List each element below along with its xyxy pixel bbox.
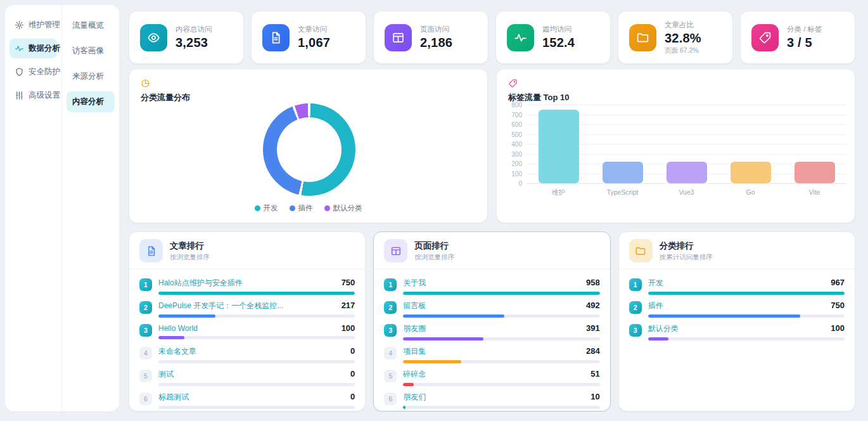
sidebar-item-1[interactable]: 数据分析 <box>10 39 57 58</box>
rank-item-link[interactable]: 留言板 <box>403 301 426 311</box>
stat-label: 文章访问 <box>298 25 330 34</box>
donut-hole <box>277 117 341 182</box>
rank-item-link[interactable]: 碎碎念 <box>403 369 426 380</box>
rank-item-value: 958 <box>586 278 600 287</box>
rank-badge: 2 <box>384 301 397 314</box>
rank-item-link[interactable]: 朋友圈 <box>403 323 426 334</box>
stat-label: 内容总访问 <box>176 25 212 34</box>
primary-nav: 维护管理数据分析安全防护高级设置 <box>5 5 62 411</box>
subnav-item-1[interactable]: 访客画像 <box>67 41 115 62</box>
legend-item-1[interactable]: 插件 <box>290 204 313 213</box>
layout-icon <box>385 24 412 51</box>
progress-fill <box>403 337 483 340</box>
legend-label: 开发 <box>264 204 278 213</box>
sidebar-item-2[interactable]: 安全防护 <box>10 62 57 82</box>
rank-item-value: 0 <box>350 346 355 356</box>
rank-item-link[interactable]: 项目集 <box>403 346 426 357</box>
legend-dot <box>324 205 330 211</box>
rank-item-link[interactable]: Hello World <box>158 324 198 333</box>
stat-label: 分类 / 标签 <box>787 25 822 34</box>
bar-chart-title: 标签流量 Top 10 <box>508 92 843 103</box>
stat-label: 文章占比 <box>665 20 701 30</box>
rank-badge: 3 <box>384 324 397 337</box>
rank-row-3: 3Hello World100 <box>139 317 355 340</box>
main-content: 内容总访问3,253文章访问1,067页面访问2,186篇均访问152.4文章占… <box>129 11 855 411</box>
rank-item-link[interactable]: 关于我 <box>403 278 426 288</box>
legend-label: 默认分类 <box>333 204 362 213</box>
progress-track <box>403 360 599 363</box>
x-axis-label: Vue3 <box>654 188 718 197</box>
bar-slot <box>654 105 718 183</box>
folder-icon <box>629 24 656 51</box>
legend-dot <box>255 205 260 211</box>
sidebar-item-label: 高级设置 <box>29 90 60 101</box>
subnav-item-3[interactable]: 内容分析 <box>67 91 115 112</box>
ranking-title: 页面排行 <box>414 240 454 252</box>
progress-fill <box>648 292 845 295</box>
layout-icon <box>384 239 407 262</box>
y-axis-tick: 400 <box>511 141 522 148</box>
progress-track <box>403 314 599 318</box>
x-axis-label: Vite <box>782 188 846 197</box>
rank-item-value: 51 <box>590 369 599 379</box>
rank-row-4: 4未命名文章0 <box>139 340 355 363</box>
progress-track <box>158 292 355 295</box>
rank-item-link[interactable]: Halo站点维护与安全插件 <box>158 278 243 288</box>
ranking-title: 分类排行 <box>660 240 713 252</box>
rank-item-value: 217 <box>341 301 355 310</box>
progress-track <box>403 406 599 409</box>
rank-item-link[interactable]: 默认分类 <box>648 323 679 334</box>
rank-row-1: 1Halo站点维护与安全插件750 <box>139 271 355 294</box>
rank-row-2: 2留言板492 <box>384 294 599 317</box>
x-axis-label: 维护 <box>527 188 590 197</box>
document-icon <box>139 239 163 262</box>
ranking-card-1: 页面排行按浏览量排序1关于我9582留言板4923朋友圈3914项目集2845碎… <box>373 231 610 411</box>
rank-item-link[interactable]: 测试 <box>158 369 174 380</box>
y-axis-tick: 0 <box>518 180 522 187</box>
sidebar-item-3[interactable]: 高级设置 <box>10 86 57 105</box>
stat-card-1: 文章访问1,067 <box>251 11 366 64</box>
ranking-subtitle: 按累计访问量排序 <box>660 253 713 262</box>
bar-slot <box>527 105 590 183</box>
tag-traffic-card: 标签流量 Top 10 0100200300400500600700800 维护… <box>496 68 855 223</box>
rank-badge: 6 <box>384 392 397 405</box>
rank-item-link[interactable]: 插件 <box>648 301 663 311</box>
rank-item-link[interactable]: DeePulse 开发手记：一个全栈监控... <box>158 301 283 311</box>
sliders-icon <box>15 91 24 100</box>
rank-item-link[interactable]: 朋友们 <box>403 392 426 403</box>
folder-icon <box>629 239 653 262</box>
bar-slot <box>590 105 654 183</box>
stat-sub-value: 页面 67.2% <box>665 46 701 55</box>
rank-item-link[interactable]: 开发 <box>648 278 663 288</box>
subnav-item-0[interactable]: 流量概览 <box>67 15 115 36</box>
progress-fill <box>403 292 599 295</box>
rank-badge: 2 <box>139 301 152 314</box>
rank-item-value: 492 <box>586 301 600 310</box>
progress-track <box>158 406 355 409</box>
stat-value: 32.8% <box>665 31 701 46</box>
subnav-item-2[interactable]: 来源分析 <box>67 66 115 87</box>
progress-track <box>158 383 355 386</box>
rank-item-link[interactable]: 未命名文章 <box>158 346 196 357</box>
rank-row-2: 2DeePulse 开发手记：一个全栈监控...217 <box>139 294 355 317</box>
progress-fill <box>158 314 215 318</box>
rank-badge: 3 <box>629 324 642 337</box>
sidebar-item-0[interactable]: 维护管理 <box>10 15 57 35</box>
pie-chart-title: 分类流量分布 <box>141 92 476 103</box>
rank-item-value: 0 <box>350 369 355 379</box>
legend-item-2[interactable]: 默认分类 <box>324 204 362 213</box>
stat-value: 2,186 <box>420 36 452 50</box>
rank-badge: 3 <box>139 324 152 337</box>
shield-icon <box>15 67 24 77</box>
rank-item-link[interactable]: 标题测试 <box>158 392 189 403</box>
progress-track <box>158 314 355 318</box>
stat-label: 页面访问 <box>420 25 452 34</box>
stat-card-4: 文章占比32.8%页面 67.2% <box>618 11 733 64</box>
progress-track <box>648 337 845 340</box>
rank-badge: 5 <box>384 370 397 382</box>
legend-item-0[interactable]: 开发 <box>255 204 278 213</box>
rank-badge: 1 <box>384 278 397 291</box>
bar-Go <box>731 162 771 183</box>
donut-chart <box>263 103 355 196</box>
bars <box>527 105 846 183</box>
